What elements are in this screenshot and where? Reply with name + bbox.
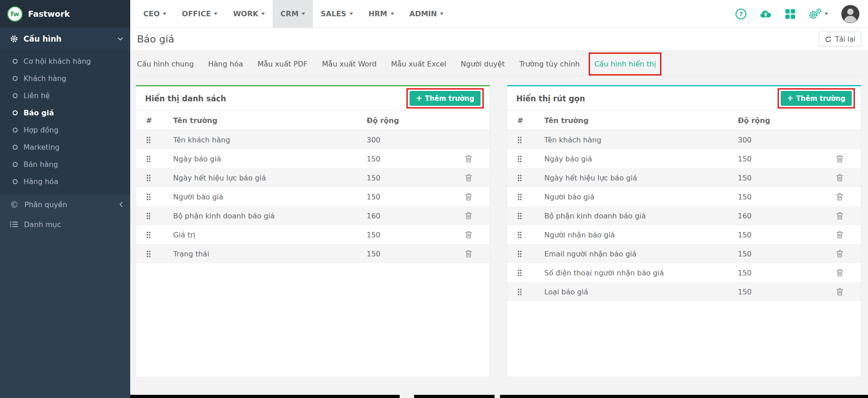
drag-handle-icon[interactable]: [146, 212, 151, 220]
settings-gears-icon[interactable]: [808, 8, 828, 20]
table-header: # Tên trường Độ rộng: [136, 111, 490, 130]
drag-handle-icon[interactable]: [146, 136, 151, 144]
sidebar-section-label: Cấu hình: [24, 34, 61, 43]
drag-handle-icon[interactable]: [517, 212, 522, 220]
add-field-button[interactable]: Thêm trường: [781, 91, 852, 106]
sidebar-section-cau-hinh[interactable]: Cấu hình: [0, 28, 130, 50]
plus-icon: [787, 95, 793, 103]
nav-menu-item[interactable]: CRM: [273, 0, 313, 28]
field-width: 150: [367, 174, 457, 182]
nav-menu-item[interactable]: OFFICE: [174, 0, 225, 28]
table-row: Trạng thái 150: [136, 244, 490, 263]
tab[interactable]: Trường tùy chỉnh: [519, 60, 580, 68]
drag-handle-icon[interactable]: [517, 174, 522, 182]
field-name: Bộ phận kinh doanh báo giá: [173, 212, 367, 220]
delete-field-button[interactable]: [836, 212, 844, 220]
sidebar-item-phan-quyen[interactable]: Phân quyền: [0, 194, 130, 214]
nav-menu-item[interactable]: CEO: [136, 0, 174, 28]
sidebar-item[interactable]: Marketing: [0, 138, 130, 156]
brand-name: Fastwork: [28, 9, 70, 19]
field-width: 160: [367, 212, 457, 220]
tab[interactable]: Mẫu xuất PDF: [257, 60, 307, 68]
drag-handle-icon[interactable]: [517, 288, 522, 296]
brand[interactable]: Fastwork: [0, 0, 130, 28]
caret-down-icon: [440, 13, 443, 15]
caret-down-icon: [391, 13, 394, 15]
field-name: Ngày hết hiệu lực báo giá: [173, 174, 367, 182]
delete-field-button[interactable]: [836, 269, 844, 277]
delete-field-button[interactable]: [465, 174, 472, 182]
add-field-button-label: Thêm trường: [425, 95, 474, 103]
trash-icon: [465, 212, 472, 220]
drag-handle-icon[interactable]: [146, 250, 151, 258]
field-width: 150: [367, 250, 457, 258]
tab-label: Người duyệt: [461, 60, 505, 68]
nav-menu-item[interactable]: WORK: [225, 0, 273, 28]
delete-field-button[interactable]: [465, 231, 472, 239]
drag-handle-icon[interactable]: [517, 136, 522, 144]
apps-grid-icon[interactable]: [785, 9, 796, 19]
sidebar-item[interactable]: Bán hàng: [0, 156, 130, 173]
delete-field-button[interactable]: [465, 212, 472, 220]
drag-handle-icon[interactable]: [146, 193, 151, 201]
drag-handle-icon[interactable]: [146, 155, 151, 163]
drag-handle-icon[interactable]: [517, 250, 522, 258]
delete-field-button[interactable]: [836, 174, 844, 182]
tab[interactable]: Hàng hóa: [208, 60, 243, 68]
sidebar-item-label: Hợp đồng: [24, 126, 58, 134]
add-field-button[interactable]: Thêm trường: [410, 91, 481, 106]
sidebar-item[interactable]: Hàng hóa: [0, 173, 130, 190]
tab[interactable]: Người duyệt: [461, 60, 505, 68]
tab[interactable]: Mẫu xuất Excel: [391, 60, 446, 68]
delete-field-button[interactable]: [465, 193, 472, 201]
tab[interactable]: Mẫu xuất Word: [322, 60, 377, 68]
circle-icon: [13, 162, 18, 167]
drag-handle-icon[interactable]: [517, 269, 522, 277]
drag-handle-icon[interactable]: [517, 193, 522, 201]
sidebar-link-label: Phân quyền: [24, 200, 67, 209]
sidebar-item[interactable]: Liên hệ: [0, 87, 130, 104]
nav-menu-item-label: CRM: [280, 9, 298, 18]
nav-menu-item[interactable]: HRM: [361, 0, 402, 28]
delete-field-button[interactable]: [836, 250, 844, 258]
tab[interactable]: Cấu hình hiển thị: [594, 60, 656, 68]
upload-icon[interactable]: [760, 9, 772, 19]
sidebar-submenu: Cơ hội khách hàng Khách hàng Liên hệ Báo…: [0, 50, 130, 194]
drag-handle-icon[interactable]: [146, 174, 151, 182]
page-header: Báo giá Tải lại: [130, 28, 868, 51]
sidebar-item[interactable]: Báo giá: [0, 104, 130, 121]
nav-menu-item[interactable]: SALES: [313, 0, 361, 28]
delete-field-button[interactable]: [465, 250, 472, 258]
delete-field-button[interactable]: [836, 288, 844, 296]
field-width: 150: [367, 193, 457, 201]
copyright-icon: [10, 200, 19, 209]
delete-field-button[interactable]: [836, 231, 844, 239]
table-row: Ngày báo giá 150: [136, 149, 490, 168]
delete-field-button[interactable]: [836, 155, 844, 163]
column-name: Tên trường: [173, 116, 367, 125]
list-display-panel: Hiển thị danh sách Thêm trường # Tên trư…: [136, 85, 490, 377]
field-name: Người nhận báo giá: [544, 231, 738, 239]
panel-title: Hiển thị danh sách: [145, 94, 226, 103]
sidebar-item-danh-muc[interactable]: Danh mục: [0, 214, 130, 234]
delete-field-button[interactable]: [465, 155, 472, 163]
reload-button[interactable]: Tải lại: [819, 32, 861, 47]
user-avatar[interactable]: [841, 5, 860, 24]
content: Hiển thị danh sách Thêm trường # Tên trư…: [130, 76, 868, 377]
delete-field-button[interactable]: [836, 193, 844, 201]
table-row: Ngày báo giá 150: [507, 149, 861, 168]
drag-handle-icon[interactable]: [517, 155, 522, 163]
sidebar-item[interactable]: Cơ hội khách hàng: [0, 52, 130, 70]
sidebar-item[interactable]: Hợp đồng: [0, 121, 130, 138]
trash-icon: [836, 250, 844, 258]
circle-icon: [13, 179, 18, 184]
trash-icon: [836, 288, 844, 296]
chevron-left-icon: [119, 202, 123, 207]
drag-handle-icon[interactable]: [146, 231, 151, 239]
nav-menu-item[interactable]: ADMIN: [402, 0, 452, 28]
panel-header: Hiển thị rút gọn Thêm trường: [507, 86, 861, 111]
sidebar-item[interactable]: Khách hàng: [0, 70, 130, 87]
tab[interactable]: Cấu hình chung: [137, 60, 194, 68]
help-icon[interactable]: ?: [735, 8, 747, 20]
drag-handle-icon[interactable]: [517, 231, 522, 239]
